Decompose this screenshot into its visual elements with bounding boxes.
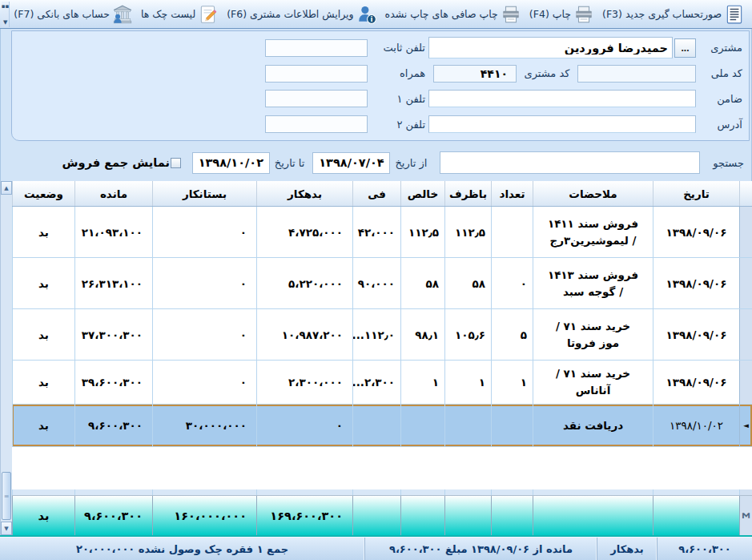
customer-browse-button[interactable]: ... xyxy=(674,38,696,58)
cell-qty xyxy=(491,405,533,446)
cell-gross: ۱۱۲٫۵ xyxy=(444,207,491,257)
grid-new-row-strip xyxy=(12,489,752,495)
current-row-indicator: ◄ xyxy=(739,405,752,446)
column-header-debit[interactable]: بدهکار xyxy=(256,181,352,206)
show-sales-sum-label: نمایش جمع فروش xyxy=(62,156,170,169)
cell-qty: ۱ xyxy=(491,361,533,404)
cell-status: بد xyxy=(12,207,74,257)
cell-gross xyxy=(444,405,491,446)
landline-label: تلفن ثابت xyxy=(368,42,425,54)
address-label: آدرس xyxy=(696,119,742,131)
cell-balance: ۲۶،۳۱۳،۱۰۰ xyxy=(74,258,152,308)
cell-date: ۱۳۹۸/۰۹/۰۶ xyxy=(653,309,739,360)
scrollbar-up-button[interactable]: ▲ xyxy=(1,181,12,195)
cell-credit: ۰ xyxy=(152,361,256,404)
vertical-scrollbar[interactable]: ▲ ≡ ▼ xyxy=(0,181,12,535)
table-row[interactable]: ۱۳۹۸/۰۹/۰۶فروش سند ۱۴۱۳ / گوجه سبد۰۵۸۵۸۹… xyxy=(12,258,752,309)
cheque-list-button[interactable]: لیست چک ها xyxy=(137,2,223,26)
from-date-label: از تاریخ xyxy=(395,157,427,169)
empty-cell xyxy=(12,489,74,495)
from-date-field[interactable] xyxy=(312,152,390,174)
cell-price xyxy=(352,405,400,446)
customer-code-field[interactable] xyxy=(433,65,517,83)
customer-code-label: کد مشتری xyxy=(517,67,577,79)
table-row[interactable]: ◄۱۳۹۸/۱۰/۰۲دریافت نقد۰۳۰،۰۰۰،۰۰۰۹،۶۰۰،۳۰… xyxy=(12,405,752,447)
toolbar-overflow-grip[interactable]: ▪▪ ▼ xyxy=(2,2,10,27)
table-row[interactable]: ۱۳۹۸/۰۹/۰۶خرید سند ۷۱ / موز فروتا۵۱۰۵٫۶۹… xyxy=(12,309,752,361)
new-invoice-button[interactable]: صورتحساب گیری جدید (F3) xyxy=(598,2,749,26)
edit-customer-button[interactable]: i ویرایش اطلاعات مشتری (F6) xyxy=(223,2,380,26)
customer-name-field[interactable] xyxy=(428,37,673,58)
summary-net-cell xyxy=(400,496,444,535)
cell-debit: ۲،۳۰۰،۰۰۰ xyxy=(256,361,352,404)
to-date-field[interactable] xyxy=(192,152,270,174)
column-header-gross[interactable]: باظرف xyxy=(444,181,491,206)
row-header-cell xyxy=(739,207,752,257)
cell-date: ۱۳۹۸/۰۹/۰۶ xyxy=(653,361,739,404)
cell-credit: ۰ xyxy=(152,207,256,257)
national-code-field[interactable] xyxy=(577,65,696,83)
landline-field[interactable] xyxy=(265,39,368,57)
status-debtor-label: بدهکار xyxy=(597,538,657,560)
invoice-icon xyxy=(724,4,745,25)
cell-date: ۱۳۹۸/۰۹/۰۶ xyxy=(653,207,739,257)
scrollbar-down-button[interactable]: ▼ xyxy=(1,522,12,535)
table-row[interactable]: ۱۳۹۸/۰۹/۰۶خرید سند ۷۱ / آناناس۱۱۱...۲،۳۰… xyxy=(12,361,752,405)
cell-credit: ۰ xyxy=(152,309,256,360)
cell-price: ۹۰،۰۰۰ xyxy=(352,258,400,308)
cell-gross: ۵۸ xyxy=(444,258,491,308)
column-header-credit[interactable]: بستانکار xyxy=(152,181,256,206)
cell-debit: ۴،۷۲۵،۰۰۰ xyxy=(256,207,352,257)
cell-balance: ۳۹،۶۰۰،۳۰۰ xyxy=(74,361,152,404)
summary-date-cell xyxy=(653,496,739,535)
phone2-label: تلفن ۲ xyxy=(368,119,425,131)
print-button[interactable]: چاپ (F4) xyxy=(525,2,598,26)
cell-qty xyxy=(491,207,533,257)
row-header-cell xyxy=(739,361,752,404)
cell-remarks: فروش سند ۱۴۱۱ / لیموشیرین۳رج xyxy=(533,207,653,257)
cell-gross: ۱۰۵٫۶ xyxy=(444,309,491,360)
empty-cell xyxy=(74,489,152,495)
mobile-field[interactable] xyxy=(265,65,368,83)
address-field[interactable] xyxy=(428,115,696,133)
guarantor-field[interactable] xyxy=(428,90,696,107)
cell-debit: ۵،۲۲۰،۰۰۰ xyxy=(256,258,352,308)
summary-remarks-cell xyxy=(533,496,653,535)
phone1-field[interactable] xyxy=(265,90,368,107)
cell-remarks: دریافت نقد xyxy=(533,405,653,446)
cell-qty: ۰ xyxy=(491,258,533,308)
bank-icon xyxy=(112,4,133,25)
mobile-label: همراه xyxy=(368,67,425,79)
scrollbar-thumb[interactable]: ≡ xyxy=(2,472,11,520)
show-sales-sum-checkbox[interactable] xyxy=(171,158,181,168)
bank-accounts-label: حساب های بانکی (F7) xyxy=(14,8,110,20)
empty-cell xyxy=(352,489,400,495)
cell-date: ۱۳۹۸/۰۹/۰۶ xyxy=(653,258,739,308)
column-header-quantity[interactable]: تعداد xyxy=(491,181,533,206)
empty-cell xyxy=(653,489,739,495)
phone1-label: تلفن ۱ xyxy=(368,93,425,105)
column-header-price[interactable]: فی xyxy=(352,181,400,206)
accounting-app-window: صورتحساب گیری جدید (F3) چاپ (F4) چاپ صاف… xyxy=(0,0,752,560)
column-header-net[interactable]: خالص xyxy=(400,181,444,206)
empty-cell xyxy=(152,489,256,495)
summary-quantity-cell xyxy=(491,496,533,535)
cell-net: ۱۱۲٫۵ xyxy=(400,207,444,257)
cell-balance: ۹،۶۰۰،۳۰۰ xyxy=(74,405,152,446)
column-header-remarks[interactable]: ملاحضات xyxy=(533,181,653,206)
print-unprinted-button[interactable]: چاپ صافی های چاپ نشده xyxy=(381,2,525,26)
column-header-status[interactable]: وضعیت xyxy=(12,181,74,206)
status-balance-since: مانده از ۱۳۹۸/۰۹/۰۶ مبلغ ۹،۶۰۰،۳۰۰ xyxy=(364,538,597,560)
print-label: چاپ (F4) xyxy=(529,8,571,20)
column-header-date[interactable]: تاریخ xyxy=(653,181,739,206)
printer-icon xyxy=(501,4,521,25)
edit-customer-label: ویرایش اطلاعات مشتری (F6) xyxy=(227,8,353,20)
cell-net xyxy=(400,405,444,446)
bank-accounts-button[interactable]: حساب های بانکی (F7) xyxy=(10,2,137,26)
selected-row-arrow-icon: ◄ xyxy=(743,421,749,429)
table-row[interactable]: ۱۳۹۸/۰۹/۰۶فروش سند ۱۴۱۱ / لیموشیرین۳رج۱۱… xyxy=(12,207,752,258)
column-header-balance[interactable]: مانده xyxy=(74,181,152,206)
phone2-field[interactable] xyxy=(265,115,368,133)
summary-status: بد xyxy=(12,496,74,535)
search-input[interactable] xyxy=(440,151,700,174)
